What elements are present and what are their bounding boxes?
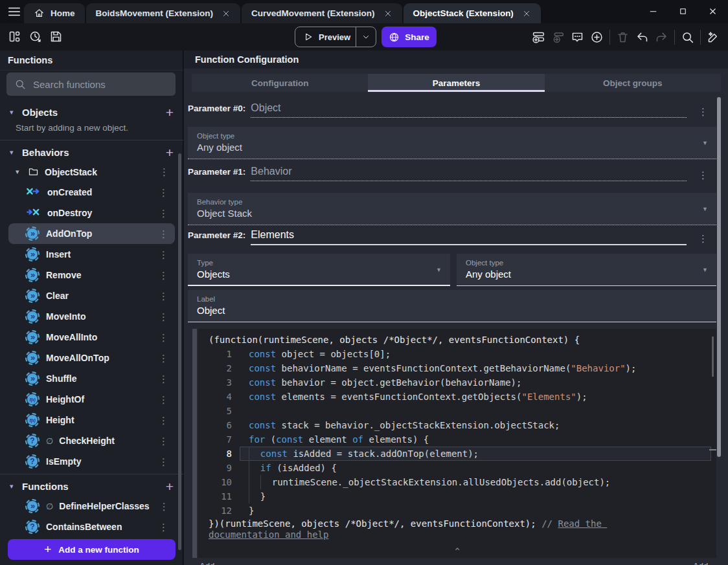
undo-icon[interactable] bbox=[635, 30, 649, 44]
kebab-menu-icon[interactable]: ⋮ bbox=[156, 291, 171, 301]
preview-button[interactable]: Preview bbox=[295, 27, 376, 47]
add-event-icon[interactable] bbox=[532, 30, 545, 44]
code-line-3[interactable]: 3const behavior = object.getBehavior(beh… bbox=[198, 375, 716, 390]
kebab-menu-icon[interactable]: ⋮ bbox=[156, 415, 171, 425]
edit-magic-icon[interactable] bbox=[707, 30, 720, 44]
parameter-0-name-input[interactable]: Object bbox=[251, 102, 687, 118]
parameter-1-menu-icon[interactable]: ⋮ bbox=[694, 168, 712, 183]
code-line-11[interactable]: 11 } bbox=[198, 489, 716, 504]
close-icon[interactable] bbox=[222, 9, 231, 18]
code-line-2[interactable]: 2const behaviorName = eventsFunctionCont… bbox=[198, 361, 716, 375]
tab-objectstack-extension-[interactable]: ObjectStack (Extension) bbox=[404, 3, 541, 23]
tab-boidsmovement-extension-[interactable]: BoidsMovement (Extension) bbox=[86, 3, 241, 23]
kebab-menu-icon[interactable]: ⋮ bbox=[156, 395, 171, 404]
close-icon[interactable] bbox=[708, 6, 718, 16]
chevron-down-icon[interactable] bbox=[361, 32, 370, 41]
section-functions[interactable]: ▾ Functions + bbox=[0, 476, 183, 496]
code-line-7[interactable]: 7for (const element of elements) { bbox=[198, 432, 716, 447]
kebab-menu-icon[interactable]: ⋮ bbox=[157, 502, 172, 511]
sidebar-item-moveallontop[interactable]: »MoveAllOnTop⋮ bbox=[8, 348, 175, 368]
add-free-function-button[interactable]: + bbox=[166, 480, 174, 493]
search-icon[interactable] bbox=[681, 30, 694, 44]
code-editor-scrollbar[interactable] bbox=[712, 337, 714, 377]
parameter-2-object-type-select[interactable]: Object type Any object ▼ bbox=[457, 254, 716, 286]
code-line-12[interactable]: 12} bbox=[198, 504, 716, 518]
kebab-menu-icon[interactable]: ⋮ bbox=[156, 374, 171, 384]
sidebar-scrollbar[interactable] bbox=[178, 153, 181, 550]
kebab-menu-icon[interactable]: ⋮ bbox=[156, 457, 171, 467]
behavior-group-objectstack[interactable]: ▾ ObjectStack ⋮ bbox=[8, 162, 175, 182]
sidebar-item-height[interactable]: f(x)Height⋮ bbox=[8, 410, 175, 430]
kebab-menu-icon[interactable]: ⋮ bbox=[156, 312, 171, 322]
hamburger-menu-icon[interactable] bbox=[7, 5, 21, 19]
add-object-button[interactable]: + bbox=[166, 105, 174, 119]
sidebar-item-checkheight[interactable]: ?∅CheckHeight⋮ bbox=[8, 430, 175, 451]
sidebar-item-oncreated[interactable]: onCreated⋮ bbox=[8, 182, 175, 203]
code-line-1[interactable]: 1const object = objects[0]; bbox=[198, 347, 716, 361]
code-line-9[interactable]: 9 if (isAdded) { bbox=[198, 461, 716, 475]
kebab-menu-icon[interactable]: ⋮ bbox=[156, 436, 171, 446]
comment-icon[interactable] bbox=[571, 30, 584, 44]
add-circle-icon[interactable] bbox=[590, 30, 604, 44]
collapse-caret[interactable]: ^ bbox=[198, 547, 716, 556]
sidebar-item-isempty[interactable]: ?IsEmpty⋮ bbox=[8, 451, 175, 472]
parameter-2-menu-icon[interactable]: ⋮ bbox=[694, 232, 712, 246]
minimize-icon[interactable] bbox=[648, 6, 658, 16]
kebab-menu-icon[interactable]: ⋮ bbox=[156, 208, 171, 218]
close-icon[interactable] bbox=[383, 9, 392, 18]
add-behavior-button[interactable]: + bbox=[166, 146, 174, 159]
kebab-menu-icon[interactable]: ⋮ bbox=[156, 271, 171, 280]
code-line-5[interactable]: 5 bbox=[198, 404, 716, 418]
clipped-add-right-text[interactable]: Add bbox=[693, 562, 708, 565]
sidebar-item-moveallinto[interactable]: »MoveAllInto⋮ bbox=[8, 327, 175, 348]
add-new-function-button[interactable]: + Add a new function bbox=[8, 539, 176, 560]
sidebar-item-moveinto[interactable]: »MoveInto⋮ bbox=[8, 306, 175, 327]
share-button[interactable]: Share bbox=[381, 27, 437, 47]
kebab-menu-icon[interactable]: ⋮ bbox=[157, 167, 172, 177]
tab-home[interactable]: Home bbox=[24, 3, 85, 23]
close-icon[interactable] bbox=[522, 9, 531, 18]
kebab-menu-icon[interactable]: ⋮ bbox=[156, 229, 171, 239]
event-drag-handle[interactable] bbox=[192, 329, 197, 558]
parameter-2-name-input[interactable]: Elements bbox=[251, 229, 687, 245]
section-behaviors[interactable]: ▾ Behaviors + bbox=[0, 142, 183, 162]
kebab-menu-icon[interactable]: ⋮ bbox=[156, 250, 171, 260]
sidebar-item-insert[interactable]: »Insert⋮ bbox=[8, 244, 175, 265]
parameter-1-behavior-type-select[interactable]: Behavior type Object Stack ▼ bbox=[188, 193, 716, 225]
clipped-add-left-text[interactable]: Add bbox=[199, 562, 214, 565]
parameter-2-label-input[interactable]: Label Object bbox=[188, 290, 716, 322]
section-objects[interactable]: ▾ Objects + bbox=[0, 102, 183, 122]
kebab-menu-icon[interactable]: ⋮ bbox=[156, 522, 171, 532]
search-functions-input[interactable]: Search functions bbox=[6, 72, 176, 96]
kebab-menu-icon[interactable]: ⋮ bbox=[156, 188, 171, 197]
panels-icon[interactable] bbox=[8, 30, 21, 43]
javascript-code-editor[interactable]: (function(runtimeScene, objects /*Object… bbox=[198, 329, 716, 558]
maximize-icon[interactable] bbox=[678, 6, 688, 16]
sidebar-item-heightof[interactable]: f(x)HeightOf⋮ bbox=[8, 389, 175, 410]
tab-configuration[interactable]: Configuration bbox=[192, 74, 368, 92]
sidebar-item-addontop[interactable]: »AddOnTop⋮ bbox=[8, 223, 175, 244]
kebab-menu-icon[interactable]: ⋮ bbox=[156, 353, 171, 363]
field-value: Any object bbox=[197, 142, 707, 153]
sidebar-item-shuffle[interactable]: »Shuffle⋮ bbox=[8, 368, 175, 389]
kebab-menu-icon[interactable]: ⋮ bbox=[156, 333, 171, 342]
parameter-2-type-select[interactable]: Type Objects ▼ bbox=[188, 254, 450, 286]
main-panel-scrollbar[interactable] bbox=[717, 97, 721, 457]
tab-parameters[interactable]: Parameters bbox=[368, 74, 544, 92]
parameter-1-name-input[interactable]: Behavior bbox=[251, 166, 687, 181]
tab-curvedmovement-extension-[interactable]: CurvedMovement (Extension) bbox=[242, 3, 402, 23]
history-icon[interactable] bbox=[28, 30, 42, 43]
parameter-0-menu-icon[interactable]: ⋮ bbox=[694, 105, 712, 119]
code-line-4[interactable]: 4const elements = eventsFunctionContext.… bbox=[198, 390, 716, 404]
save-icon[interactable] bbox=[49, 30, 63, 43]
code-line-6[interactable]: 6const stack = behavior._objectStackExte… bbox=[198, 418, 716, 432]
sidebar-item-definehelperclasses[interactable]: »∅DefineHelperClasses⋮ bbox=[8, 496, 175, 516]
tab-object-groups[interactable]: Object groups bbox=[545, 74, 721, 92]
sidebar-item-clear[interactable]: »Clear⋮ bbox=[8, 285, 175, 306]
parameter-0-object-type-select[interactable]: Object type Any object ▼ bbox=[188, 127, 716, 159]
sidebar-item-containsbetween[interactable]: ?ContainsBetween⋮ bbox=[8, 516, 175, 537]
sidebar-item-remove[interactable]: »Remove⋮ bbox=[8, 265, 175, 285]
code-line-8[interactable]: 8 const isAdded = stack.addOnTop(element… bbox=[198, 447, 716, 461]
code-line-10[interactable]: 10 runtimeScene._objectStackExtension.al… bbox=[198, 475, 716, 489]
sidebar-item-ondestroy[interactable]: onDestroy⋮ bbox=[8, 203, 175, 223]
